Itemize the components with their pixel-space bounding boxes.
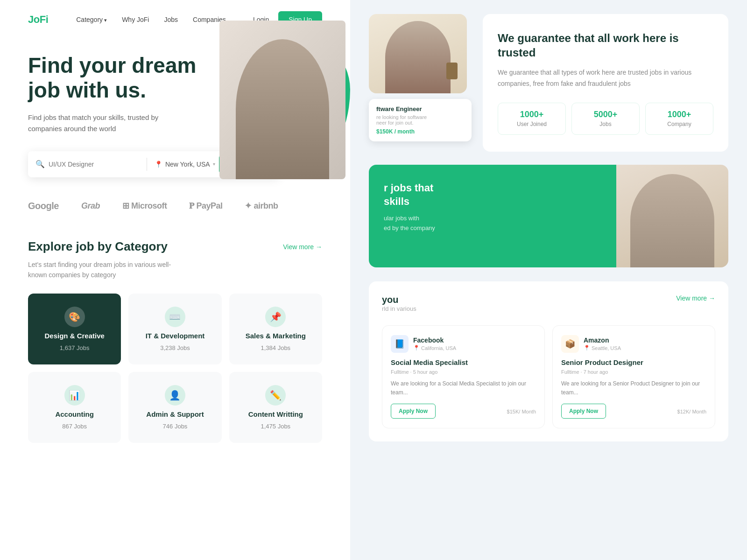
profile-person-silhouette-top xyxy=(385,21,451,93)
design-jobs: 1,637 Jobs xyxy=(60,344,90,351)
skills-person-silhouette xyxy=(630,174,714,267)
category-card-design[interactable]: 🎨 Design & Creative 1,637 Jobs xyxy=(28,294,121,364)
admin-name: Admin & Support xyxy=(146,410,204,418)
skills-image xyxy=(616,165,728,267)
content-icon: ✏️ xyxy=(265,385,286,406)
it-jobs: 3,238 Jobs xyxy=(160,344,190,351)
logo-grab: Grab xyxy=(81,201,100,211)
amazon-period: / Month xyxy=(689,409,706,414)
amazon-job-footer: Apply Now $12K/ Month xyxy=(561,404,706,419)
job-tag-salary: $150K / month xyxy=(376,128,464,135)
stat-jobs: 5000+ Jobs xyxy=(571,103,640,135)
stat-company: 1000+ Company xyxy=(645,103,713,135)
design-name: Design & Creative xyxy=(44,332,104,340)
logo-google: Google xyxy=(28,201,59,211)
amazon-job-desc: We are looking for a Senior Product Desi… xyxy=(561,379,706,397)
job-card-amazon-header: 📦 Amazon 📍 Seattle, USA xyxy=(561,335,706,353)
sales-name: Sales & Marketing xyxy=(246,332,306,340)
facebook-job-title: Social Media Specialist xyxy=(391,358,536,366)
facebook-job-footer: Apply Now $15K/ Month xyxy=(391,404,536,419)
amazon-location: 📍 Seattle, USA xyxy=(584,345,621,351)
amazon-logo: 📦 xyxy=(561,335,579,353)
amazon-job-title: Senior Product Designer xyxy=(561,358,706,366)
job-cards-row: 📘 Facebook 📍 California, USA Social Medi… xyxy=(382,325,715,428)
admin-icon: 👤 xyxy=(165,385,185,406)
facebook-logo: 📘 xyxy=(391,335,409,353)
skills-green-section: r jobs thatskills ular jobs withed by th… xyxy=(369,165,616,267)
nav-jobs[interactable]: Jobs xyxy=(164,16,178,23)
nav-why[interactable]: Why JoFi xyxy=(122,16,149,23)
job-tag-title: ftware Engineer xyxy=(376,105,464,112)
amazon-job-meta: Fulltime · 7 hour ago xyxy=(561,369,706,375)
jobs-section-sub: rld in various xyxy=(382,305,416,312)
categories-section: Explore job by Category View more → Let'… xyxy=(0,221,350,462)
top-row: ftware Engineer re looking for softwaren… xyxy=(369,14,728,152)
amazon-company-details: Amazon 📍 Seattle, USA xyxy=(584,336,621,351)
profile-images: ftware Engineer re looking for softwaren… xyxy=(369,14,472,152)
search-divider xyxy=(147,158,147,171)
design-icon: 🎨 xyxy=(64,307,85,327)
search-input[interactable] xyxy=(49,161,139,168)
hero-subtitle: Find jobs that match your skills, truste… xyxy=(28,112,177,134)
skills-banner: r jobs thatskills ular jobs withed by th… xyxy=(369,165,728,267)
stat-company-label: Company xyxy=(667,121,691,127)
job-tag-card: ftware Engineer re looking for softwaren… xyxy=(369,99,472,141)
section-title: Explore job by Category xyxy=(28,239,168,254)
location-pin-icon: 📍 xyxy=(413,345,420,351)
jobs-section-header: you rld in various View more → xyxy=(382,294,715,322)
facebook-name: Facebook xyxy=(413,336,456,344)
categories-grid: 🎨 Design & Creative 1,637 Jobs ⌨️ IT & D… xyxy=(28,294,322,443)
job-card-amazon: 📦 Amazon 📍 Seattle, USA Senior Product D… xyxy=(552,325,715,428)
stats-row: 1000+ User Joined 5000+ Jobs 1000+ Compa… xyxy=(498,103,713,135)
section-header-left: Explore job by Category xyxy=(28,239,168,254)
it-name: IT & Development xyxy=(146,332,205,340)
logo[interactable]: JoFi xyxy=(28,14,48,26)
guarantee-text: We guarantee that all types of work here… xyxy=(498,67,713,90)
nav-category[interactable]: Category xyxy=(76,16,107,23)
facebook-period: / Month xyxy=(519,409,536,414)
admin-jobs: 746 Jobs xyxy=(163,423,188,430)
stat-users-num: 1000+ xyxy=(503,110,561,119)
facebook-company-info: 📘 Facebook 📍 California, USA xyxy=(391,335,456,353)
facebook-job-meta: Fulltime · 5 hour ago xyxy=(391,369,536,375)
right-panel: ftware Engineer re looking for softwaren… xyxy=(350,0,747,560)
profile-image-top xyxy=(369,14,467,93)
amazon-name: Amazon xyxy=(584,336,621,344)
category-card-sales[interactable]: 📌 Sales & Marketing 1,384 Jobs xyxy=(229,294,322,364)
stat-users-label: User Joined xyxy=(517,121,547,127)
accounting-jobs: 867 Jobs xyxy=(62,423,87,430)
stat-jobs-label: Jobs xyxy=(599,121,611,127)
content-name: Content Writting xyxy=(248,410,303,418)
view-more-jobs-link[interactable]: View more → xyxy=(676,294,715,302)
stat-company-num: 1000+ xyxy=(650,110,708,119)
facebook-job-desc: We are looking for a Social Media Specia… xyxy=(391,379,536,397)
content-jobs: 1,475 Jobs xyxy=(261,423,291,430)
logo-jo: Jo xyxy=(28,14,40,25)
facebook-company-details: Facebook 📍 California, USA xyxy=(413,336,456,351)
amazon-apply-button[interactable]: Apply Now xyxy=(561,404,606,419)
category-card-it[interactable]: ⌨️ IT & Development 3,238 Jobs xyxy=(128,294,221,364)
facebook-apply-button[interactable]: Apply Now xyxy=(391,404,436,419)
coffee-cup xyxy=(446,63,458,79)
skills-title: r jobs thatskills xyxy=(384,182,601,208)
skills-subtitle: ular jobs withed by the company xyxy=(384,214,601,233)
stat-jobs-num: 5000+ xyxy=(577,110,634,119)
location-pin-icon-2: 📍 xyxy=(584,345,590,351)
hero-person-image xyxy=(219,21,345,179)
logo-fi: Fi xyxy=(40,14,49,25)
jobs-title-wrap: you rld in various xyxy=(382,294,416,322)
guarantee-card: We guarantee that all work here is trust… xyxy=(483,14,728,152)
category-card-accounting[interactable]: 📊 Accounting 867 Jobs xyxy=(28,372,121,443)
section-subtitle: Let's start finding your dream jobs in v… xyxy=(28,259,177,280)
job-card-facebook: 📘 Facebook 📍 California, USA Social Medi… xyxy=(382,325,545,428)
view-more-link[interactable]: View more → xyxy=(283,243,322,251)
section-header: Explore job by Category View more → xyxy=(28,239,322,254)
location-icon: 📍 xyxy=(155,161,162,168)
it-icon: ⌨️ xyxy=(165,307,185,327)
category-card-admin[interactable]: 👤 Admin & Support 746 Jobs xyxy=(128,372,221,443)
amazon-salary: $12K/ Month xyxy=(677,408,706,415)
category-card-content[interactable]: ✏️ Content Writting 1,475 Jobs xyxy=(229,372,322,443)
stat-users: 1000+ User Joined xyxy=(498,103,566,135)
sales-jobs: 1,384 Jobs xyxy=(261,344,291,351)
job-tag-desc: re looking for softwareneer for join out… xyxy=(376,114,464,126)
